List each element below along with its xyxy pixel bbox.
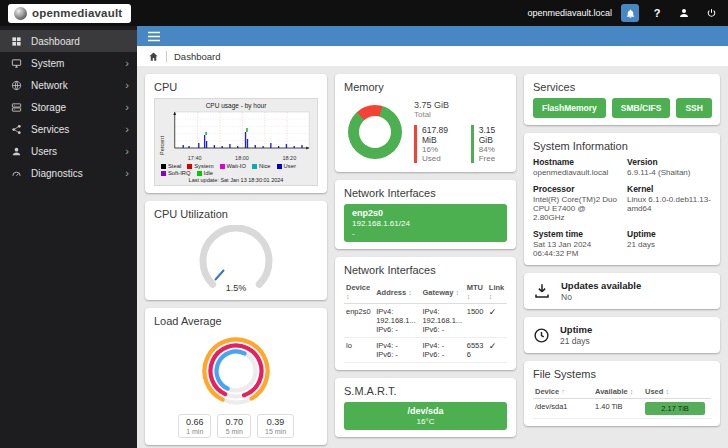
column-header-address[interactable]: Address ↕: [374, 281, 420, 304]
legend-swatch: [161, 164, 166, 169]
sidebar-item-label: System: [31, 58, 117, 69]
widget-title: File Systems: [533, 368, 711, 380]
column-header-used[interactable]: Used ↕: [643, 385, 711, 399]
cell-mtu: 65536: [465, 338, 487, 363]
memory-donut-chart: [348, 105, 402, 159]
field-value: 6.9.11-4 (Shaitan): [627, 168, 711, 177]
sort-icon: ↕: [467, 293, 471, 300]
memory-free-value: 3.15 GiB: [479, 125, 507, 145]
power-button[interactable]: [702, 4, 720, 22]
home-icon[interactable]: [148, 51, 159, 62]
legend-swatch: [197, 171, 202, 176]
cpu-utilization-widget: CPU Utilization 1.5%: [145, 201, 327, 300]
openmediavault-app: openmediavault openmediavault.local ?: [0, 0, 728, 448]
uptime-value: 21 days: [560, 336, 592, 346]
help-icon: ?: [654, 7, 661, 19]
breadcrumb: Dashboard: [137, 46, 728, 66]
load-label: 15 min: [265, 428, 286, 435]
sidebar-item-network[interactable]: Network ›: [0, 74, 137, 96]
legend-item: Nice: [252, 163, 271, 169]
sidebar-item-services[interactable]: Services ›: [0, 118, 137, 140]
info-field-processor: Processor Intel(R) Core(TM)2 Duo CPU E74…: [533, 184, 617, 222]
legend-item: Idle: [197, 170, 213, 176]
sort-ascending-icon: ↑: [561, 388, 565, 395]
help-button[interactable]: ?: [648, 4, 666, 22]
sidebar-item-label: Services: [31, 124, 117, 135]
dashboard-icon: [11, 36, 23, 47]
sidebar-item-storage[interactable]: Storage ›: [0, 96, 137, 118]
system-icon: [11, 58, 23, 69]
menu-toggle-button[interactable]: [147, 31, 161, 42]
memory-widget: Memory 3.75 GiB Total 617.89 MiB 16%: [335, 74, 516, 172]
rrd-last-update: Last update: Sat Jan 13 18:30:01 2024: [159, 177, 313, 183]
legend-item: Soft-IRQ: [161, 170, 191, 176]
sort-icon: ↕: [455, 289, 459, 296]
rrd-plot-area: [165, 111, 313, 155]
memory-used-percent: 16%: [422, 145, 459, 154]
load-average-widget: Load Average: [145, 308, 327, 445]
cpu-rrd-graph: CPU usage - by hour Percent: [154, 98, 318, 186]
sort-icon: ↕: [665, 388, 669, 395]
legend-item: System: [187, 163, 213, 169]
users-icon: [11, 146, 23, 157]
legend-swatch: [220, 164, 225, 169]
column-header-gateway[interactable]: Gateway ↕: [420, 281, 464, 304]
column-header-device[interactable]: Device ↑: [533, 385, 593, 399]
cell-link: ✓: [487, 304, 507, 338]
field-label: System time: [533, 229, 617, 239]
smart-device-name: /dev/sda: [352, 406, 499, 416]
smart-device-tile[interactable]: /dev/sda 16°C: [344, 402, 507, 430]
cell-mtu: 1500: [465, 304, 487, 338]
memory-free-label: Free: [479, 154, 507, 163]
interface-tile-enp2s0[interactable]: enp2s0 192.168.1.61/24 -: [344, 204, 507, 242]
widget-title: CPU Utilization: [154, 208, 318, 220]
legend-item: Wait-IO: [220, 163, 246, 169]
legend-swatch: [187, 164, 192, 169]
network-interfaces-table-widget: Network Interfaces Device ↕ Address ↕ Ga…: [335, 257, 516, 370]
user-menu-button[interactable]: [675, 4, 693, 22]
column-header-link[interactable]: Link ↕: [487, 281, 507, 304]
logo-text: openmediavault: [32, 7, 122, 19]
dashboard: CPU CPU usage - by hour Percent: [137, 66, 728, 448]
field-value: Linux 6.1.0-0.deb11.13-amd64: [627, 195, 711, 213]
column-header-device[interactable]: Device ↕: [344, 281, 374, 304]
cell-address: IPv4: 192.168.1...IPv6: -: [374, 304, 420, 338]
cell-gateway: IPv4: -IPv6: -: [420, 338, 464, 363]
sidebar-item-label: Dashboard: [31, 36, 129, 47]
sidebar-item-system[interactable]: System ›: [0, 52, 137, 74]
service-button-smbcifs[interactable]: SMB/CIFS: [612, 98, 671, 118]
x-tick: 17:40: [188, 155, 202, 161]
memory-free-percent: 84%: [479, 145, 507, 154]
cell-link: ✓: [487, 338, 507, 363]
sidebar-item-users[interactable]: Users ›: [0, 140, 137, 162]
rrd-x-axis-ticks: 17:40 18:00 18:20: [159, 155, 313, 161]
sidebar-item-dashboard[interactable]: Dashboard: [0, 30, 137, 52]
sidebar-item-label: Network: [31, 80, 117, 91]
notifications-button[interactable]: [621, 4, 639, 22]
sidebar-item-diagnostics[interactable]: Diagnostics ›: [0, 162, 137, 184]
clock-icon: [533, 327, 550, 344]
interface-name: enp2s0: [352, 208, 499, 218]
rrd-legend: Steal System Wait-IO Nice User Soft-IRQ …: [159, 163, 313, 176]
memory-used-stat: 617.89 MiB 16% Used: [414, 125, 459, 163]
smart-widget: S.M.A.R.T. /dev/sda 16°C: [335, 378, 516, 437]
info-field-hostname: Hostname openmediavault.local: [533, 157, 617, 177]
load-value: 0.70: [225, 417, 243, 427]
cpu-widget: CPU CPU usage - by hour Percent: [145, 74, 327, 193]
widget-title: Load Average: [154, 315, 318, 327]
memory-used-value: 617.89 MiB: [422, 125, 459, 145]
logo[interactable]: openmediavault: [8, 4, 131, 23]
column-header-mtu[interactable]: MTU ↕: [465, 281, 487, 304]
filesystems-table: Device ↑ Available ↕ Used ↕ /dev/sda1 1.…: [533, 385, 711, 419]
interface-extra: -: [352, 229, 499, 238]
cell-address: IPv4: -IPv6: -: [374, 338, 420, 363]
info-field-system-time: System time Sat 13 Jan 2024 06:44:32 PM: [533, 229, 617, 258]
sidebar-item-label: Users: [31, 146, 117, 157]
field-value: openmediavault.local: [533, 168, 617, 177]
field-label: Version: [627, 157, 711, 167]
column-header-available[interactable]: Available ↕: [593, 385, 643, 399]
service-button-flashmemory[interactable]: FlashMemory: [533, 98, 606, 118]
load-average-chart: [197, 332, 275, 410]
filesystems-widget: File Systems Device ↑ Available ↕ Used ↕: [524, 361, 720, 426]
service-button-ssh[interactable]: SSH: [676, 98, 711, 118]
